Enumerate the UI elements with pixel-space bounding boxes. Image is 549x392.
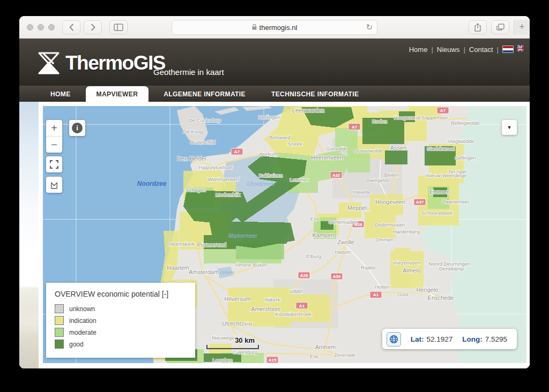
map-city-label: Vriezenveen xyxy=(392,260,420,266)
zoom-in-button[interactable]: + xyxy=(46,120,62,136)
road-shield-a50: A50 xyxy=(331,273,343,280)
header-link-contact[interactable]: Contact xyxy=(469,46,493,54)
tab-home[interactable]: HOME xyxy=(40,86,81,102)
map-city-label: Elburg xyxy=(306,253,321,259)
back-icon xyxy=(69,24,74,31)
tabs-overview-button[interactable] xyxy=(491,20,509,34)
tab-mapviewer[interactable]: MAPVIEWER xyxy=(86,86,149,102)
address-bar[interactable]: thermogis.nl ↻ xyxy=(172,20,377,35)
map-city-label: Nijkerk xyxy=(264,297,280,303)
legend-label: good xyxy=(69,341,84,348)
thermogis-logo-icon xyxy=(38,51,60,75)
map-city-label: Ommen xyxy=(375,237,394,243)
map-city-label: Holten xyxy=(375,284,389,290)
fullscreen-button[interactable] xyxy=(46,156,62,172)
svg-text:A28: A28 xyxy=(300,273,308,278)
map-city-label: De Koog xyxy=(183,129,203,134)
svg-text:A32: A32 xyxy=(332,173,340,178)
map-city-label: Raalte xyxy=(361,265,375,270)
road-shield-a32: A32 xyxy=(330,172,342,178)
map-city-label: Hoogeveen xyxy=(375,199,405,205)
main-nav: HOMEMAPVIEWERALGEMENE INFORMATIETECHNISC… xyxy=(19,86,530,102)
zoom-button[interactable] xyxy=(48,24,55,31)
globe-button[interactable] xyxy=(387,332,401,346)
header-link-home[interactable]: Home xyxy=(409,46,428,54)
tab-technische-informatie[interactable]: TECHNISCHE INFORMATIE xyxy=(261,86,370,102)
long-label: Long: xyxy=(462,335,482,343)
legend-item: indication xyxy=(55,316,187,325)
map-city-label: Medemblik xyxy=(216,192,240,198)
map-city-label: Uddel xyxy=(290,288,303,294)
minimize-button[interactable] xyxy=(38,24,44,31)
map-city-label: Genemuiden xyxy=(329,219,358,225)
map-canvas[interactable]: A7A7A7A28A28A50A1A1A32A37A15 NoordzeeIJs… xyxy=(43,106,526,363)
header-link-nieuws[interactable]: Nieuws xyxy=(437,46,460,54)
brand-name: ThermoGIS xyxy=(65,52,165,74)
map-city-label: Denekamp xyxy=(439,266,464,272)
road-shield-a7: A7 xyxy=(231,148,243,155)
legend-title: OVERVIEW economic potential [-] xyxy=(55,290,187,298)
map-city-label: Hardenberg xyxy=(393,229,420,235)
map-city-label: Lemmer xyxy=(290,177,309,183)
map-city-label: Nieuw-Weerdinge xyxy=(426,172,466,178)
legend-item: good xyxy=(55,340,187,349)
map-city-label: Heemskerk xyxy=(169,241,195,247)
uk-flag-icon[interactable] xyxy=(517,45,523,54)
reload-button[interactable]: ↻ xyxy=(366,22,373,32)
globe-icon xyxy=(389,335,398,344)
map-water-label: Markermeer xyxy=(228,233,257,239)
scale-label: 30 km xyxy=(206,336,259,344)
map-city-label: Ens xyxy=(310,216,320,222)
map-city-label: Wieringerwerf xyxy=(208,176,240,182)
draw-extent-button[interactable] xyxy=(46,177,62,193)
info-button[interactable]: i xyxy=(69,120,85,136)
legend-swatch-unknown xyxy=(55,304,64,313)
map-city-label: Vlagtwedde xyxy=(448,138,474,144)
map-city-label: Hippolytushoef xyxy=(199,164,233,170)
road-shield-a1: A1 xyxy=(296,303,308,309)
map-city-label: Gorredijk xyxy=(326,146,347,152)
map-city-label: Almere-Buiten xyxy=(235,262,267,268)
map-city-label: Dwingeloo xyxy=(366,177,390,183)
map-city-label: Hengelo xyxy=(417,287,439,293)
map-city-label: Zwolle xyxy=(337,239,354,245)
tabs-icon xyxy=(496,24,505,31)
back-button[interactable] xyxy=(62,20,80,34)
svg-text:A7: A7 xyxy=(352,124,358,129)
zoom-control: + − xyxy=(46,120,62,153)
forward-button[interactable] xyxy=(84,20,102,34)
map-city-label: Almelo xyxy=(403,267,421,274)
lock-icon xyxy=(252,24,257,31)
road-shield-a1: A1 xyxy=(370,291,382,298)
svg-text:A1: A1 xyxy=(299,304,305,308)
thermogis-logo[interactable]: ThermoGIS xyxy=(38,51,165,75)
link-separator: | xyxy=(497,46,499,54)
svg-text:A7: A7 xyxy=(234,149,240,154)
share-button[interactable] xyxy=(469,20,487,34)
link-separator: | xyxy=(463,46,465,54)
tab-algemene-informatie[interactable]: ALGEMENE INFORMATIE xyxy=(153,86,256,102)
nl-flag-icon[interactable] xyxy=(502,46,514,53)
map-city-label: Amsterdam xyxy=(189,269,219,275)
map-city-label: Enschede xyxy=(428,294,454,300)
svg-text:A7: A7 xyxy=(440,108,446,113)
sidebar-button[interactable] xyxy=(109,20,128,34)
map-city-label: Oosterwolde xyxy=(354,148,382,154)
map-city-label: Assen xyxy=(390,145,407,151)
map-city-label: Heerenveen xyxy=(311,154,343,161)
new-tab-button[interactable]: + xyxy=(514,20,530,35)
map-city-label: Zeist xyxy=(241,321,253,327)
legend-swatch-good xyxy=(55,340,64,349)
map-city-label: Zevenaar xyxy=(334,352,356,358)
info-icon: i xyxy=(72,123,83,133)
coordinates-box: Lat: 52.1927 Long: 7.5295 xyxy=(382,329,517,349)
map-city-label: Goor xyxy=(397,291,409,297)
scale-control: 30 km xyxy=(206,336,259,349)
road-shield-a15: A15 xyxy=(266,357,278,363)
map-city-label: Hoogezand-Sappemeer xyxy=(394,115,449,120)
road-shield-a28: A28 xyxy=(298,272,310,278)
zoom-out-button[interactable]: − xyxy=(46,137,62,153)
close-button[interactable] xyxy=(27,24,33,31)
layer-dropdown-button[interactable]: ▼ xyxy=(502,120,517,135)
map-panel: A7A7A7A28A28A50A1A1A32A37A15 NoordzeeIJs… xyxy=(39,102,530,368)
